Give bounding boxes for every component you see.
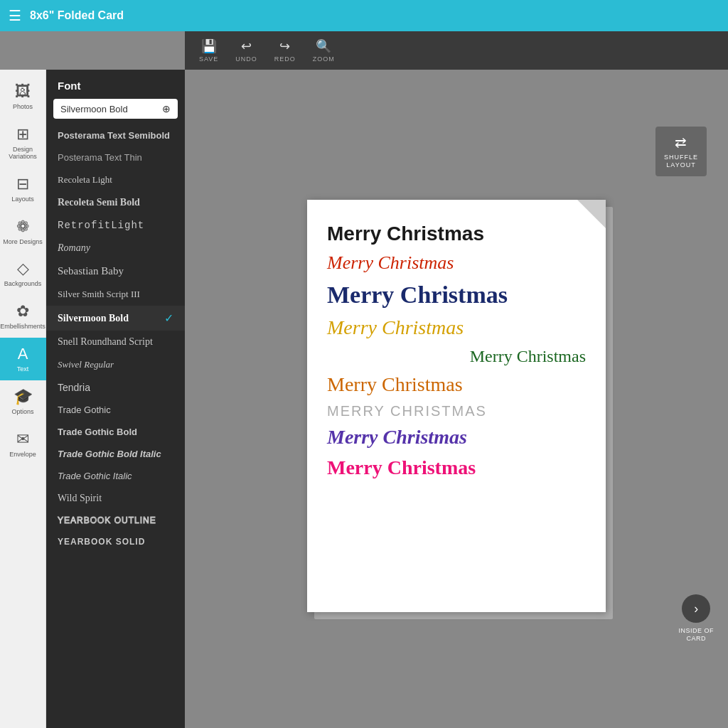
embellishments-label: Embellishments xyxy=(0,323,46,331)
font-name-label: Snell Roundhand Script xyxy=(58,336,153,348)
sidebar-item-layouts[interactable]: ⊟Layouts xyxy=(0,168,46,210)
font-list-item[interactable]: Wild Spirit xyxy=(46,487,185,510)
menu-icon[interactable]: ☰ xyxy=(9,7,21,24)
font-name-label: Sebastian Baby xyxy=(58,265,124,277)
inside-card-button[interactable]: › INSIDE OFCARD xyxy=(678,594,714,643)
font-name-label: RetrofitLight xyxy=(58,220,144,231)
font-list-item[interactable]: Swivel Regular xyxy=(46,353,185,376)
chevron-down-icon: ⊕ xyxy=(162,103,171,114)
font-name-label: Trade Gothic Italic xyxy=(58,471,132,481)
font-name-label: Trade Gothic Bold Italic xyxy=(58,449,161,459)
canvas-area: Merry ChristmasMerry ChristmasMerry Chri… xyxy=(185,70,728,728)
inside-card-label: INSIDE OFCARD xyxy=(678,627,714,643)
shuffle-layout-button[interactable]: ⇄ SHUFFLELAYOUT xyxy=(655,127,707,176)
font-list-item[interactable]: Silver Smith Script III xyxy=(46,283,185,306)
card-text-line[interactable]: Merry Christmas xyxy=(327,346,586,368)
font-panel-header: Font xyxy=(46,70,185,99)
font-list-item[interactable]: YEARBOOK OUTLINE xyxy=(46,510,185,531)
backgrounds-label: Backgrounds xyxy=(4,281,42,288)
more-designs-icon: ❁ xyxy=(16,218,29,236)
font-panel: Font Silvermoon Bold ⊕ Posterama Text Se… xyxy=(46,70,185,728)
redo-button[interactable]: ↪ REDO xyxy=(274,38,296,63)
top-bar: ☰ 8x6" Folded Card xyxy=(0,0,728,31)
sidebar-icons: 🖼Photos⊞Design Variations⊟Layouts❁More D… xyxy=(0,70,46,728)
options-label: Options xyxy=(11,409,33,416)
envelope-label: Envelope xyxy=(9,451,36,459)
undo-icon: ↩ xyxy=(241,38,252,54)
font-name-label: Silvermoon Bold xyxy=(58,313,129,324)
font-list-item[interactable]: Trade Gothic Italic xyxy=(46,465,185,487)
font-list-item[interactable]: Silvermoon Bold✓ xyxy=(46,306,185,331)
font-name-label: Posterama Text Semibold xyxy=(58,130,170,141)
sidebar-item-options[interactable]: 🎓Options xyxy=(0,380,46,423)
more-designs-label: More Designs xyxy=(3,239,43,246)
card-text-line[interactable]: Merry Christmas xyxy=(327,221,586,247)
checkmark-icon: ✓ xyxy=(164,311,173,325)
options-icon: 🎓 xyxy=(14,387,33,406)
font-list-item[interactable]: Trade Gothic Bold Italic xyxy=(46,443,185,465)
design-variations-label: Design Variations xyxy=(3,146,43,161)
layouts-icon: ⊟ xyxy=(16,175,29,193)
font-name-label: Swivel Regular xyxy=(58,359,114,370)
main-layout: 🖼Photos⊞Design Variations⊟Layouts❁More D… xyxy=(0,70,728,728)
font-list-item[interactable]: Snell Roundhand Script xyxy=(46,331,185,353)
font-list-item[interactable]: Recoleta Light xyxy=(46,168,185,191)
save-button[interactable]: 💾 SAVE xyxy=(199,38,218,63)
font-selector-dropdown[interactable]: Silvermoon Bold ⊕ xyxy=(53,99,178,119)
font-name-label: Wild Spirit xyxy=(58,493,102,504)
photos-icon: 🖼 xyxy=(15,82,31,101)
font-name-label: Recoleta Semi Bold xyxy=(58,197,140,208)
sidebar-item-design-variations[interactable]: ⊞Design Variations xyxy=(0,118,46,168)
font-name-label: Trade Gothic xyxy=(58,405,111,415)
zoom-label: ZOOM xyxy=(313,55,335,63)
font-list-item[interactable]: Romany xyxy=(46,237,185,259)
font-list-item[interactable]: Recoleta Semi Bold xyxy=(46,191,185,214)
undo-label: UNDO xyxy=(235,55,257,63)
sidebar-item-embellishments[interactable]: ✿Embellishments xyxy=(0,295,46,338)
zoom-button[interactable]: 🔍 ZOOM xyxy=(313,38,335,63)
font-list-item[interactable]: Tendria xyxy=(46,376,185,399)
card-text-line[interactable]: Merry Christmas xyxy=(327,315,586,341)
toolbar: 💾 SAVE ↩ UNDO ↪ REDO 🔍 ZOOM xyxy=(185,31,728,70)
font-list[interactable]: Posterama Text SemiboldPosterama Text Th… xyxy=(46,124,185,728)
sidebar-item-backgrounds[interactable]: ◇Backgrounds xyxy=(0,252,46,295)
font-name-label: Posterama Text Thin xyxy=(58,152,142,163)
card-text-line[interactable]: Merry Christmas xyxy=(327,372,586,397)
font-list-item[interactable]: RetrofitLight xyxy=(46,214,185,237)
font-list-item[interactable]: Trade Gothic xyxy=(46,399,185,421)
sidebar-item-more-designs[interactable]: ❁More Designs xyxy=(0,210,46,253)
envelope-icon: ✉ xyxy=(16,430,29,449)
font-name-label: YEARBOOK OUTLINE xyxy=(58,515,156,525)
save-label: SAVE xyxy=(199,55,218,63)
card[interactable]: Merry ChristmasMerry ChristmasMerry Chri… xyxy=(307,200,606,612)
page-title: 8x6" Folded Card xyxy=(30,9,124,22)
selected-font-label: Silvermoon Bold xyxy=(60,104,128,114)
font-list-item[interactable]: YEARBOOK SOLID xyxy=(46,531,185,552)
sidebar-item-text[interactable]: AText xyxy=(0,338,46,380)
photos-label: Photos xyxy=(13,104,33,111)
sidebar-item-envelope[interactable]: ✉Envelope xyxy=(0,423,46,466)
embellishments-icon: ✿ xyxy=(16,302,29,321)
redo-icon: ↪ xyxy=(279,38,290,54)
font-name-label: Tendria xyxy=(58,382,90,393)
layouts-label: Layouts xyxy=(11,196,34,203)
card-text-line[interactable]: Merry Christmas xyxy=(327,279,586,311)
card-text-line[interactable]: Merry Christmas xyxy=(327,455,586,481)
font-list-item[interactable]: Posterama Text Semibold xyxy=(46,124,185,146)
shuffle-label: SHUFFLELAYOUT xyxy=(664,154,698,169)
font-name-label: Recoleta Light xyxy=(58,174,112,186)
text-icon: A xyxy=(18,345,28,363)
undo-button[interactable]: ↩ UNDO xyxy=(235,38,257,63)
font-list-item[interactable]: Sebastian Baby xyxy=(46,259,185,283)
font-name-label: Trade Gothic Bold xyxy=(58,427,137,437)
card-text-line[interactable]: Merry Christmas xyxy=(327,251,586,275)
card-container: Merry ChristmasMerry ChristmasMerry Chri… xyxy=(307,200,606,612)
font-list-item[interactable]: Trade Gothic Bold xyxy=(46,421,185,443)
card-text-line[interactable]: MERRY CHRISTMAS xyxy=(327,402,586,420)
font-list-item[interactable]: Posterama Text Thin xyxy=(46,146,185,168)
next-arrow-icon: › xyxy=(682,594,710,623)
redo-label: REDO xyxy=(274,55,296,63)
sidebar-item-photos[interactable]: 🖼Photos xyxy=(0,75,46,118)
save-icon: 💾 xyxy=(201,38,217,54)
card-text-line[interactable]: Merry Christmas xyxy=(327,424,586,450)
